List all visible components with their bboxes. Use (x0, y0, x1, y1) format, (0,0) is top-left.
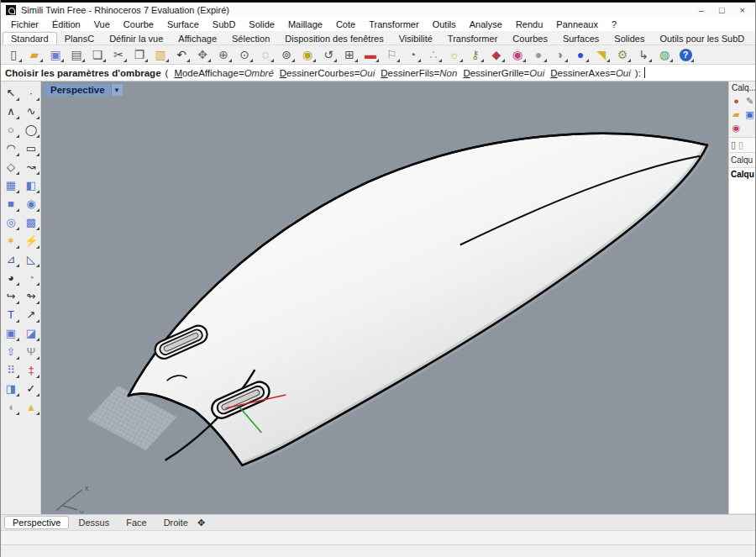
fillet-curves-icon[interactable]: ↪ (2, 287, 20, 305)
viewport-tab-perspective[interactable]: Perspective (4, 516, 69, 529)
cut-icon[interactable]: ✂ (108, 46, 129, 64)
page-copy-icon[interactable]: ❏ (87, 46, 108, 64)
sphere-blue-icon[interactable]: ● (570, 46, 591, 64)
menu-transformer[interactable]: Transformer (362, 19, 426, 29)
menu-fichier[interactable]: Fichier (4, 19, 45, 29)
minimize-button[interactable]: – (699, 5, 704, 15)
lock-icon[interactable]: ⚷ (465, 46, 486, 64)
torus-icon[interactable]: ◎ (2, 213, 20, 231)
curve-pipe-icon[interactable]: ↝ (22, 158, 40, 176)
viewport-tab-dessus[interactable]: Dessus (71, 517, 117, 528)
toolbar-tab-outils-pour-les-subd[interactable]: Outils pour les SubD (652, 33, 752, 45)
new-file-icon[interactable]: ▯ (3, 46, 24, 64)
toolbar-tab-surfaces[interactable]: Surfaces (555, 33, 606, 45)
new-layer-icon[interactable]: ▯ (731, 139, 736, 150)
layer-row[interactable]: Calqu (729, 168, 755, 514)
toolbar-tab-plansc[interactable]: PlansC (57, 33, 102, 45)
copy-objects-icon[interactable]: ▣ (2, 324, 20, 342)
copy-icon[interactable]: ❐ (129, 46, 150, 64)
menu-courbe[interactable]: Courbe (117, 19, 160, 29)
menu-maillage[interactable]: Maillage (281, 19, 329, 29)
surface-patch-icon[interactable]: ◧ (22, 176, 40, 194)
polygon-icon[interactable]: ◇ (2, 158, 20, 176)
web-browser-icon[interactable]: ◍ (654, 46, 675, 64)
panel-material-ball-icon[interactable]: ● (730, 95, 743, 107)
paste-icon[interactable]: ▥ (150, 46, 171, 64)
array-grid-icon[interactable]: ⠿ (2, 361, 20, 379)
text-icon[interactable]: T (2, 306, 20, 323)
menu-outils[interactable]: Outils (426, 19, 463, 29)
circle-icon[interactable]: ○ (2, 121, 20, 139)
menu-cote[interactable]: Cote (329, 19, 362, 29)
toolbar-tab-transformer[interactable]: Transformer (440, 33, 506, 45)
environment-map-icon[interactable]: Ψ (22, 343, 40, 360)
mesh-box-icon[interactable]: ▩ (22, 213, 40, 231)
menu-dition[interactable]: Édition (45, 19, 87, 29)
add-viewport-tab-icon[interactable]: ✥ (197, 518, 205, 528)
menu-item[interactable]: ? (605, 19, 623, 29)
cmd-option-dessineraxes[interactable]: DessinerAxes=Oui (550, 68, 631, 78)
history-icon[interactable]: ↳ (633, 46, 654, 64)
orbit-icon[interactable]: ⊕ (213, 46, 234, 64)
menu-analyse[interactable]: Analyse (463, 19, 509, 29)
arc-icon[interactable]: ◠ (2, 139, 20, 157)
toolbar-tab-solides[interactable]: Solides (606, 33, 652, 45)
pan-icon[interactable]: ✥ (192, 46, 213, 64)
shaded-display-icon[interactable]: ◆ (486, 46, 507, 64)
cmd-option-dessinercourbes[interactable]: DessinerCourbes=Oui (280, 68, 375, 78)
menu-solide[interactable]: Solide (242, 19, 281, 29)
zoom-dynamic-icon[interactable]: ⊙ (234, 46, 255, 64)
surface-from-points-icon[interactable]: ▦ (2, 176, 20, 194)
close-button[interactable]: × (740, 5, 745, 15)
panel-help-icon[interactable]: ▣ (743, 108, 756, 120)
boolean-union-icon[interactable]: ◕ (2, 269, 20, 286)
toolbar-tab-d-finir-la-vue[interactable]: Définir la vue (102, 33, 171, 45)
display-car-icon[interactable]: ▬ (360, 46, 381, 64)
cone-select-icon[interactable]: ◥ (591, 46, 612, 64)
section-pole-icon[interactable]: ‡ (22, 361, 40, 379)
new-sublayer-icon[interactable]: ▯ (738, 139, 743, 150)
menu-panneaux[interactable]: Panneaux (549, 19, 605, 29)
move-point-icon[interactable]: ↗ (22, 306, 40, 323)
polyline-icon[interactable]: ∧ (2, 102, 20, 120)
sphere-gray-icon[interactable]: ● (528, 46, 549, 64)
circle-center-icon[interactable]: ◔ (402, 46, 423, 64)
pyramid-icon[interactable]: ▲ (22, 398, 40, 416)
split-icon[interactable]: ◺ (22, 250, 40, 268)
boolean-difference-icon[interactable]: ◔ (22, 269, 40, 286)
panel-folder-icon[interactable]: ▰ (730, 108, 743, 120)
cmd-option-dessinerfils[interactable]: DessinerFils=Non (381, 68, 457, 78)
rendered-display-icon[interactable]: ◉ (507, 46, 528, 64)
distance-icon[interactable]: ⚐ (381, 46, 402, 64)
toolbar-tab-affichage[interactable]: Affichage (171, 33, 224, 45)
trim-icon[interactable]: ⊿ (2, 250, 20, 268)
viewport-tab-droite[interactable]: Droite (156, 517, 196, 528)
open-file-icon[interactable]: ▰ (24, 46, 45, 64)
paint-visibility-icon[interactable]: ◨ (2, 380, 20, 397)
orient-icon[interactable]: ◪ (22, 324, 40, 342)
curve-control-points-icon[interactable]: ∿ (22, 102, 40, 120)
viewport-title-label[interactable]: Perspective (45, 84, 111, 96)
help-icon[interactable]: ? (675, 46, 696, 64)
viewport-tab-face[interactable]: Face (118, 517, 154, 528)
undo-view-icon[interactable]: ↺ (318, 46, 339, 64)
toolbar-tab-standard[interactable]: Standard (3, 32, 57, 45)
zoom-target-icon[interactable]: ◉ (297, 46, 318, 64)
zoom-selection-icon[interactable]: ⊚ (276, 46, 297, 64)
layers-panel-tab[interactable]: Calq... (729, 81, 755, 95)
zoom-window-icon[interactable]: ◌ (255, 46, 276, 64)
save-icon[interactable]: ▣ (45, 46, 66, 64)
viewport-title-dropdown[interactable]: ▼ (111, 84, 123, 96)
toolbar-tab-s-lection[interactable]: Sélection (224, 33, 277, 45)
point-set-icon[interactable]: ∴ (423, 46, 444, 64)
cmd-option-dessinergrille[interactable]: DessinerGrille=Oui (463, 68, 544, 78)
maximize-button[interactable]: □ (719, 5, 725, 15)
lamp-icon[interactable]: ☼ (444, 46, 465, 64)
cmd-option-modeaffichage[interactable]: ModeAffichage=Ombré (174, 68, 273, 78)
viewport-perspective[interactable]: Perspective ▼ (41, 81, 728, 514)
explode-flash-icon[interactable]: ⚡ (22, 232, 40, 250)
point-icon[interactable]: · (22, 84, 40, 102)
extrude-icon[interactable]: ⇧ (2, 343, 20, 360)
rectangle-icon[interactable]: ▭ (22, 139, 40, 157)
viewport-layout-icon[interactable]: ⊞ (339, 46, 360, 64)
